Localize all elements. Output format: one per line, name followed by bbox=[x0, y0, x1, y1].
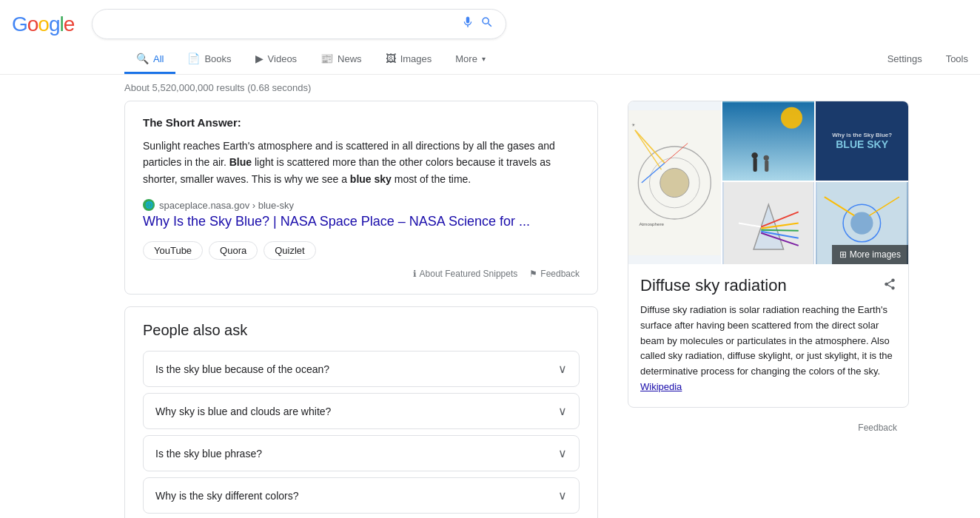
knowledge-panel: ☀ Atmosphere bbox=[628, 101, 909, 408]
tab-more[interactable]: More ▾ bbox=[443, 46, 497, 74]
paa-item-3[interactable]: Is the sky blue phrase? ∨ bbox=[143, 435, 580, 471]
feedback-link[interactable]: ⚑ Feedback bbox=[529, 269, 580, 279]
settings-label: Settings bbox=[887, 53, 922, 64]
images-tab-icon: 🖼 bbox=[386, 53, 396, 64]
svg-point-11 bbox=[781, 107, 802, 129]
settings-link[interactable]: Settings bbox=[876, 46, 934, 74]
chevron-down-icon-3: ∨ bbox=[558, 446, 567, 460]
nav-tabs: 🔍 All 📄 Books ▶ Videos 📰 News 🖼 Images M… bbox=[0, 42, 980, 75]
chip-quora[interactable]: Quora bbox=[209, 241, 258, 260]
snippet-bold-blue-sky: blue sky bbox=[350, 173, 392, 185]
tools-link[interactable]: Tools bbox=[934, 46, 980, 74]
paa-item-1[interactable]: Is the sky blue because of the ocean? ∨ bbox=[143, 351, 580, 387]
google-logo[interactable]: Google bbox=[12, 13, 74, 36]
snippet-link[interactable]: Why Is the Sky Blue? | NASA Space Place … bbox=[143, 214, 580, 229]
videos-tab-icon: ▶ bbox=[255, 53, 264, 64]
tab-videos[interactable]: ▶ Videos bbox=[244, 45, 309, 74]
chevron-down-icon: ▾ bbox=[482, 55, 486, 63]
snippet-source-line: 🌐 spaceplace.nasa.gov › blue-sky bbox=[143, 199, 580, 211]
right-column: ☀ Atmosphere bbox=[628, 101, 909, 518]
images-grid: ☀ Atmosphere bbox=[628, 101, 908, 264]
search-input[interactable]: Why is the sky blue? bbox=[104, 18, 455, 31]
chip-quizlet[interactable]: Quizlet bbox=[264, 241, 315, 260]
results-count: About 5,520,000,000 results (0.68 second… bbox=[0, 75, 980, 101]
snippet-footer: ℹ About Featured Snippets ⚑ Feedback bbox=[143, 269, 580, 279]
paa-question-1: Is the sky blue because of the ocean? bbox=[155, 363, 329, 375]
svg-point-3 bbox=[660, 168, 689, 197]
paa-question-4: Why is the sky different colors? bbox=[155, 490, 298, 502]
why-is-the-sky-label: Why is the Sky Blue? bbox=[832, 132, 892, 138]
tab-videos-label: Videos bbox=[268, 53, 298, 64]
svg-rect-14 bbox=[765, 160, 768, 172]
search-tab-icon: 🔍 bbox=[136, 53, 149, 64]
paa-question-3: Is the sky blue phrase? bbox=[155, 448, 262, 460]
blue-sky-badge-image[interactable]: Why is the Sky Blue? BLUE SKY bbox=[816, 101, 908, 181]
chip-youtube[interactable]: YouTube bbox=[143, 241, 203, 260]
source-chips: YouTube Quora Quizlet bbox=[143, 241, 580, 260]
blue-sky-badge-text: BLUE SKY bbox=[836, 138, 888, 150]
images-grid-icon: ⊞ bbox=[839, 249, 847, 260]
nasa-favicon: 🌐 bbox=[143, 199, 155, 211]
chevron-down-icon-1: ∨ bbox=[558, 362, 567, 376]
main-layout: The Short Answer: Sunlight reaches Earth… bbox=[0, 101, 980, 518]
featured-snippet-card: The Short Answer: Sunlight reaches Earth… bbox=[124, 101, 598, 295]
snippet-text-end: most of the time. bbox=[392, 173, 471, 185]
tab-all[interactable]: 🔍 All bbox=[124, 45, 175, 74]
paa-item-2[interactable]: Why sky is blue and clouds are white? ∨ bbox=[143, 393, 580, 429]
svg-rect-12 bbox=[753, 158, 756, 172]
header: Google Why is the sky blue? bbox=[0, 0, 980, 42]
chevron-down-icon-4: ∨ bbox=[558, 488, 567, 502]
tab-books[interactable]: 📄 Books bbox=[175, 45, 243, 74]
svg-text:☀: ☀ bbox=[631, 122, 635, 127]
diagram-image[interactable]: ☀ Atmosphere bbox=[628, 101, 721, 264]
flag-icon: ⚑ bbox=[529, 269, 537, 279]
wikipedia-link[interactable]: Wikipedia bbox=[640, 381, 682, 392]
tab-images[interactable]: 🖼 Images bbox=[374, 45, 444, 74]
tab-books-label: Books bbox=[204, 53, 231, 64]
search-bar[interactable]: Why is the sky blue? bbox=[92, 9, 506, 39]
tools-label: Tools bbox=[946, 53, 968, 64]
knowledge-body: Diffuse sky radiation Diffuse sky radiat… bbox=[628, 264, 908, 407]
sky-scene-image[interactable] bbox=[722, 101, 815, 181]
nav-settings-group: Settings Tools bbox=[876, 46, 980, 74]
snippet-bold-blue: Blue bbox=[229, 156, 252, 168]
tab-news[interactable]: 📰 News bbox=[309, 45, 374, 74]
svg-line-21 bbox=[761, 230, 799, 231]
knowledge-title: Diffuse sky radiation bbox=[640, 276, 787, 295]
snippet-domain: spaceplace.nasa.gov › blue-sky bbox=[159, 200, 294, 211]
news-tab-icon: 📰 bbox=[320, 53, 333, 64]
left-column: The Short Answer: Sunlight reaches Earth… bbox=[124, 101, 598, 518]
tab-more-label: More bbox=[455, 53, 477, 64]
share-icon[interactable] bbox=[883, 278, 896, 295]
tab-news-label: News bbox=[338, 53, 362, 64]
knowledge-header: Diffuse sky radiation bbox=[640, 276, 896, 295]
search-icon[interactable] bbox=[480, 16, 494, 33]
about-snippets-link[interactable]: ℹ About Featured Snippets bbox=[413, 269, 518, 279]
tab-images-label: Images bbox=[400, 53, 432, 64]
tab-all-label: All bbox=[153, 53, 164, 64]
paa-item-4[interactable]: Why is the sky different colors? ∨ bbox=[143, 477, 580, 514]
knowledge-feedback: Feedback bbox=[628, 417, 909, 439]
paa-title: People also ask bbox=[143, 322, 580, 339]
chevron-down-icon-2: ∨ bbox=[558, 404, 567, 418]
svg-point-15 bbox=[763, 155, 768, 161]
people-also-ask-section: People also ask Is the sky blue because … bbox=[124, 306, 598, 518]
books-tab-icon: 📄 bbox=[187, 53, 200, 64]
more-images-button[interactable]: ⊞ More images bbox=[832, 245, 908, 264]
snippet-body: Sunlight reaches Earth's atmosphere and … bbox=[143, 138, 580, 187]
info-icon: ℹ bbox=[413, 269, 417, 279]
paa-question-2: Why sky is blue and clouds are white? bbox=[155, 406, 331, 417]
prism-image[interactable] bbox=[722, 182, 815, 264]
svg-text:Atmosphere: Atmosphere bbox=[639, 221, 664, 226]
svg-point-13 bbox=[751, 152, 757, 158]
snippet-short-answer-label: The Short Answer: bbox=[143, 116, 580, 129]
knowledge-description: Diffuse sky radiation is solar radiation… bbox=[640, 303, 896, 395]
microphone-icon[interactable] bbox=[461, 16, 474, 33]
